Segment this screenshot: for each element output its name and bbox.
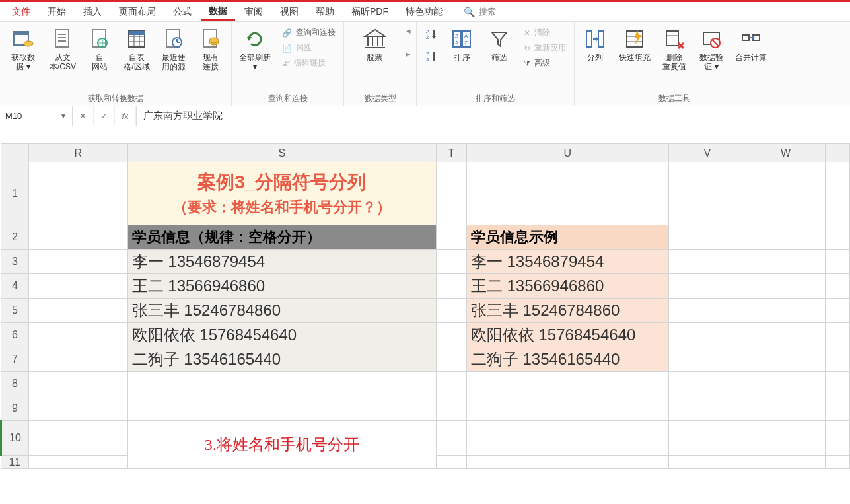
cell-X10[interactable] [826,421,850,456]
cell-R8[interactable] [28,372,127,396]
cell-V11[interactable] [668,456,746,469]
cell-V1[interactable] [668,162,746,225]
cell-U6[interactable]: 欧阳依依 15768454640 [466,323,668,347]
tab-view[interactable]: 视图 [272,3,306,20]
formula-cancel-button[interactable]: ✕ [73,106,94,126]
cell-S1[interactable]: 案例3_分隔符号分列 （要求：将姓名和手机号分开？） [127,162,436,225]
cell-T5[interactable] [436,299,466,323]
cell-V10[interactable] [668,421,746,456]
cell-V4[interactable] [668,274,746,299]
tab-special[interactable]: 特色功能 [398,3,450,20]
cell-R7[interactable] [28,347,127,372]
col-header-S[interactable]: S [127,144,436,162]
cell-T9[interactable] [436,396,466,421]
tab-review[interactable]: 审阅 [236,3,271,20]
cell-V8[interactable] [668,372,746,396]
cell-V7[interactable] [668,347,746,372]
cell-R5[interactable] [28,299,127,323]
row-header-4[interactable]: 4 [1,274,29,299]
cell-X6[interactable] [826,323,850,347]
row-header-11[interactable]: 11 [1,456,29,469]
tab-home[interactable]: 开始 [40,3,74,20]
consolidate-button[interactable]: 合并计算 [732,24,770,65]
cell-S8[interactable] [127,372,436,396]
filter-button[interactable]: 筛选 [483,24,516,65]
existing-connections-button[interactable]: 现有 连接 [194,24,227,75]
formula-input[interactable]: 广东南方职业学院 [137,110,850,122]
cell-T11[interactable] [436,456,466,469]
sort-asc-button[interactable]: AZ [422,26,441,42]
refresh-all-button[interactable]: 全部刷新 ▾ [236,24,274,75]
cell-U1[interactable] [466,162,668,225]
cell-V9[interactable] [668,396,746,421]
cell-U7[interactable]: 二狗子 13546165440 [466,347,668,372]
properties-button[interactable]: 📄 属性 [279,41,338,55]
cell-S5[interactable]: 张三丰 15246784860 [127,299,436,323]
edit-links-button[interactable]: 🖇 编辑链接 [279,56,338,70]
from-web-button[interactable]: 自 网站 [83,24,116,75]
cell-S10[interactable]: 3.将姓名和手机号分开 [127,421,436,469]
tab-data[interactable]: 数据 [201,3,235,21]
tab-help[interactable]: 帮助 [308,3,342,20]
cell-R10[interactable] [28,421,127,456]
cell-T7[interactable] [436,347,466,372]
col-header-U[interactable]: U [466,144,668,162]
tab-layout[interactable]: 页面布局 [111,3,164,20]
row-header-6[interactable]: 6 [1,323,29,347]
cell-S7[interactable]: 二狗子 13546165440 [127,347,436,372]
cell-R1[interactable] [28,162,127,225]
from-csv-button[interactable]: 从文 本/CSV [46,24,79,75]
cell-W3[interactable] [746,250,826,274]
get-data-button[interactable]: 获取数 据 ▾ [4,24,42,75]
row-header-9[interactable]: 9 [1,396,29,421]
cell-S9[interactable] [127,396,436,421]
cell-X2[interactable] [826,225,850,250]
col-header-V[interactable]: V [668,144,746,162]
cell-U4[interactable]: 王二 13566946860 [466,274,668,299]
cell-V6[interactable] [668,323,746,347]
sort-desc-button[interactable]: ZA [422,48,441,64]
flash-fill-button[interactable]: 快速填充 [616,24,654,65]
queries-connections-button[interactable]: 🔗 查询和连接 [279,26,338,40]
cell-W11[interactable] [746,456,826,469]
cell-V5[interactable] [668,299,746,323]
cell-W4[interactable] [746,274,826,299]
cell-T10[interactable] [436,421,466,456]
row-header-8[interactable]: 8 [1,372,29,396]
cell-S4[interactable]: 王二 13566946860 [127,274,436,299]
row-header-10[interactable]: 10 [1,421,29,456]
cell-W5[interactable] [746,299,826,323]
cell-W7[interactable] [746,347,826,372]
cell-X8[interactable] [826,372,850,396]
cell-V3[interactable] [668,250,746,274]
cell-U3[interactable]: 李一 13546879454 [466,250,668,274]
cell-S3[interactable]: 李一 13546879454 [127,250,436,274]
row-header-3[interactable]: 3 [1,250,29,274]
insert-function-button[interactable]: fx [115,106,136,126]
sort-button[interactable]: ZAAZ 排序 [446,24,479,65]
cell-W9[interactable] [746,396,826,421]
cell-U10[interactable] [466,421,668,456]
cell-R6[interactable] [28,323,127,347]
cell-T2[interactable] [436,225,466,250]
cell-W10[interactable] [746,421,826,456]
cell-R2[interactable] [28,225,127,250]
row-header-7[interactable]: 7 [1,347,29,372]
clear-filter-button[interactable]: ✕清除 [521,26,569,40]
data-validation-button[interactable]: 数据验 证 ▾ [695,24,728,75]
cell-W1[interactable] [746,162,826,225]
cell-U8[interactable] [466,372,668,396]
stocks-button[interactable]: 股票 [348,24,401,65]
text-to-columns-button[interactable]: 分列 [579,24,612,65]
cell-T4[interactable] [436,274,466,299]
cell-W2[interactable] [746,225,826,250]
advanced-filter-button[interactable]: ⧩高级 [521,56,569,70]
cell-U9[interactable] [466,396,668,421]
select-all-corner[interactable] [1,144,29,162]
name-box[interactable]: M10 ▼ [0,106,73,126]
cell-T6[interactable] [436,323,466,347]
cell-R3[interactable] [28,250,127,274]
cell-T3[interactable] [436,250,466,274]
spreadsheet-grid[interactable]: R S T U V W 1 案例3_分隔符号分列 （要求：将姓名和手机号分开？）… [0,143,850,469]
cell-X5[interactable] [826,299,850,323]
